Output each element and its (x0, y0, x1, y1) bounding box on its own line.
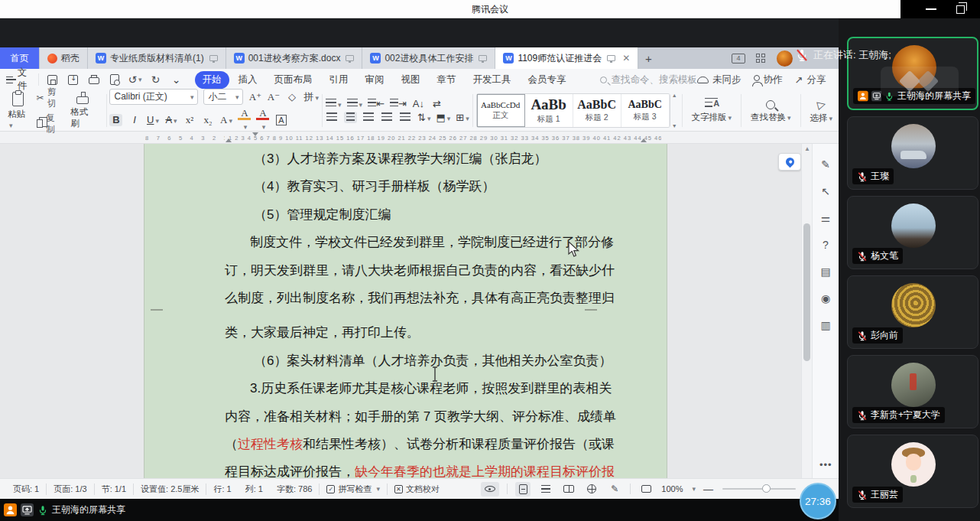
copy-button[interactable]: 复制 (37, 112, 63, 135)
status-item[interactable]: 页码: 1 (6, 484, 47, 495)
style-gallery-scroll[interactable]: ▲▼ (670, 90, 679, 131)
document-position-pin-button[interactable] (778, 153, 801, 171)
first-line-indent-marker[interactable] (252, 132, 258, 136)
participant-tile-王丽芸[interactable]: 王丽芸 (847, 435, 978, 508)
menu-tab-页面布局[interactable]: 页面布局 (267, 71, 320, 89)
distribute-button[interactable] (399, 112, 412, 123)
more-caret-icon[interactable]: ⌄ (170, 73, 183, 86)
zoom-level[interactable]: 100% (661, 484, 683, 493)
align-right-button[interactable] (362, 112, 375, 123)
sync-status[interactable]: 未同步 (697, 73, 741, 86)
close-tab-icon[interactable]: ✕ (622, 53, 630, 63)
tab-稻壳[interactable]: 稻壳 (40, 47, 88, 69)
menu-tab-章节[interactable]: 章节 (430, 71, 464, 89)
style-标题 3[interactable]: AaBbC标题 3 (621, 94, 670, 127)
participant-tile-彭向前[interactable]: 彭向前 (847, 275, 978, 349)
text-direction-button[interactable]: ⇄ (430, 98, 443, 109)
font-color-button[interactable]: A▾ (256, 107, 269, 132)
bullet-list-button[interactable]: ▾ (326, 98, 342, 109)
find-replace-button[interactable]: 查找替换▾ (745, 90, 797, 131)
read-view-button[interactable] (561, 482, 576, 497)
file-menu[interactable]: 文件 (0, 67, 38, 93)
doc-proof-button[interactable]: ✕ 文档校对 (388, 484, 446, 495)
menu-tab-引用[interactable]: 引用 (322, 71, 356, 89)
outline-view-button[interactable] (538, 482, 553, 497)
line-spacing-button[interactable]: ⇅▾ (417, 112, 430, 123)
subscript-button[interactable]: x₂ (201, 114, 214, 126)
status-item[interactable]: 节: 1/1 (95, 484, 134, 495)
align-left-button[interactable] (326, 112, 339, 123)
zoom-slider[interactable] (722, 488, 796, 490)
redo-button[interactable]: ↻ (150, 73, 162, 86)
horizontal-ruler[interactable]: 8 7 6 5 4 3 2 1 1 2 3 4 5 6 7 8 9 10 11 … (0, 132, 839, 144)
workspace-grid-icon[interactable] (756, 54, 766, 63)
clear-format-button[interactable]: ◇ (285, 91, 298, 103)
menu-tab-视图[interactable]: 视图 (394, 71, 428, 89)
tab-count-icon[interactable]: 4 (732, 54, 745, 63)
help-icon[interactable]: ? (819, 238, 832, 252)
tab-001进校考察方案.docx[interactable]: 001进校考察方案.docx (226, 47, 363, 69)
pen-tool-button[interactable]: ✎ (607, 482, 622, 497)
scroll-up-icon[interactable]: ▲ (804, 145, 810, 152)
style-标题 1[interactable]: AaBb标题 1 (525, 94, 573, 127)
undo-button[interactable]: ↺▾ (129, 73, 141, 86)
superscript-button[interactable]: x² (183, 114, 196, 126)
tab-002进校具体工作安排[interactable]: 002进校具体工作安排 (362, 47, 495, 69)
right-indent-marker[interactable] (641, 138, 647, 142)
restore-button[interactable] (956, 5, 965, 14)
status-item[interactable]: 字数: 786 (270, 484, 320, 495)
read-mode-icon[interactable]: ▥ (819, 318, 832, 332)
borders-button[interactable]: ⊞▾ (456, 112, 469, 123)
zoom-slider-knob[interactable] (762, 484, 771, 493)
zoom-out-button[interactable]: — (703, 484, 713, 495)
print-button[interactable] (88, 73, 100, 86)
font-size-select[interactable]: 小二▾ (203, 89, 243, 105)
collaborate-button[interactable]: 协作 (754, 73, 783, 86)
select-button[interactable]: ▷ 选择▾ (803, 90, 839, 131)
fit-page-button[interactable] (638, 482, 654, 497)
status-item[interactable]: 行: 1 (206, 484, 238, 495)
screen-share-pill[interactable]: 王朝海的屏幕共享 (0, 503, 125, 516)
menu-tab-审阅[interactable]: 审阅 (358, 71, 392, 89)
numbered-list-button[interactable]: ▾ (347, 98, 363, 109)
italic-button[interactable]: I (128, 114, 141, 126)
web-view-button[interactable] (584, 482, 599, 497)
ink-annotate-icon[interactable]: ✎ (819, 158, 832, 171)
participant-tile-杨文笔[interactable]: 杨文笔 (847, 196, 978, 269)
tips-bulb-icon[interactable]: ◉ (819, 291, 832, 305)
status-item[interactable]: 列: 1 (239, 484, 270, 495)
share-button[interactable]: ↗分享 (795, 73, 826, 86)
font-name-select[interactable]: Calibri (正文)▾ (109, 89, 198, 105)
participant-tile-李新贵+宁夏大学[interactable]: 李新贵+宁夏大学 (847, 355, 978, 428)
save-button[interactable] (47, 73, 59, 86)
zoom-caret-icon[interactable]: ▾ (692, 485, 696, 493)
tab-专业纸质版材料清单(1)[interactable]: 专业纸质版材料清单(1) (88, 47, 226, 69)
sort-button[interactable]: A↓ (412, 98, 425, 109)
card-view-icon[interactable]: ▤ (819, 265, 832, 278)
left-indent-marker[interactable] (226, 138, 232, 142)
menu-tab-插入[interactable]: 插入 (231, 71, 265, 89)
export-button[interactable] (67, 73, 80, 86)
participant-tile-王璨[interactable]: 王璨 (847, 116, 978, 190)
menu-tab-开发工具[interactable]: 开发工具 (466, 71, 519, 89)
side-toolbar-more-icon[interactable]: ••• (819, 459, 832, 471)
scrollbar-thumb[interactable] (803, 223, 810, 361)
vertical-scrollbar[interactable]: ▲ (801, 144, 812, 478)
style-正文[interactable]: AaBbCcDd正文 (477, 94, 525, 127)
page-view-button[interactable] (515, 482, 531, 497)
pinyin-guide-button[interactable]: 拼▾ (303, 90, 319, 104)
menu-tab-会员专享[interactable]: 会员专享 (521, 71, 574, 89)
status-item[interactable]: 页面: 1/3 (47, 484, 94, 495)
increase-font-button[interactable]: A⁺ (248, 91, 261, 103)
document-page[interactable]: （3）人才培养方案及课程教学大纲汇编（张启龙）（4）教育实习、研习手册样板（杨学… (144, 144, 667, 478)
text-layout-button[interactable]: 文字排版▾ (686, 90, 738, 131)
tab-1109师范认证推进会[interactable]: 1109师范认证推进会✕ (495, 47, 638, 69)
justify-button[interactable] (381, 112, 394, 123)
document-text[interactable]: （3）人才培养方案及课程教学大纲汇编（张启龙）（4）教育实习、研习手册样板（杨学… (225, 145, 624, 478)
cut-button[interactable]: ✂剪切 (37, 86, 63, 109)
decrease-font-button[interactable]: A⁻ (267, 91, 280, 103)
bold-button[interactable]: B (109, 114, 122, 126)
print-preview-button[interactable] (109, 73, 121, 86)
shading-button[interactable]: ⬒▾ (436, 112, 450, 123)
character-border-button[interactable]: A (274, 114, 287, 126)
